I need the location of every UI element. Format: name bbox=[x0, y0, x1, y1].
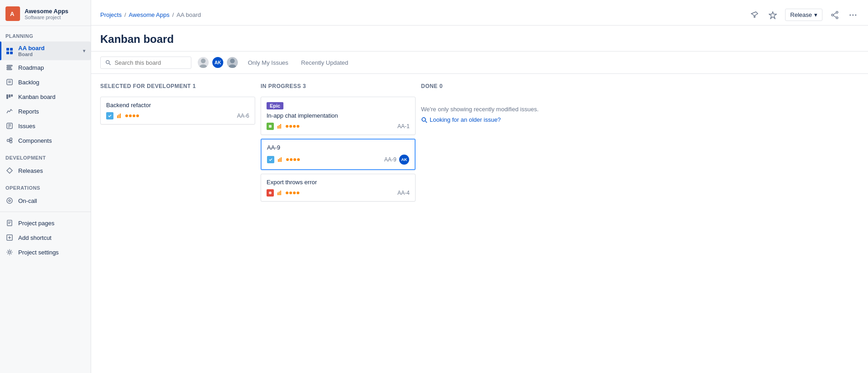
column-in-progress-title: IN PROGRESS 3 bbox=[261, 83, 306, 89]
looking-for-older-issue-link[interactable]: Looking for an older issue? bbox=[421, 116, 859, 123]
epic-badge: Epic bbox=[267, 102, 283, 109]
svg-point-32 bbox=[836, 11, 838, 13]
done-empty-message: We're only showing recently modified iss… bbox=[421, 97, 859, 132]
project-header[interactable]: A Awesome Apps Software project bbox=[0, 0, 91, 26]
card-aa4-title: Export throws error bbox=[267, 179, 410, 186]
avatar-user1[interactable] bbox=[197, 56, 210, 69]
column-done-header: DONE 0 bbox=[421, 81, 859, 93]
svg-point-39 bbox=[855, 14, 857, 16]
search-input[interactable] bbox=[114, 59, 186, 66]
svg-point-42 bbox=[201, 58, 205, 63]
pin-button[interactable] bbox=[749, 9, 760, 21]
sidebar-item-project-settings[interactable]: Project settings bbox=[0, 245, 91, 259]
project-settings-label: Project settings bbox=[18, 249, 59, 256]
only-my-issues-button[interactable]: Only My Issues bbox=[244, 57, 292, 68]
svg-rect-58 bbox=[279, 192, 280, 195]
svg-rect-59 bbox=[280, 191, 281, 195]
card-aa1-id: AA-1 bbox=[397, 123, 410, 130]
svg-rect-24 bbox=[7, 220, 12, 226]
card-aa4-meta: AA-4 bbox=[267, 189, 410, 197]
priority-icon bbox=[277, 123, 283, 130]
breadcrumb-projects[interactable]: Projects bbox=[100, 11, 122, 18]
add-shortcut-icon bbox=[5, 233, 14, 242]
card-aa6[interactable]: Backend refactor bbox=[100, 97, 255, 124]
operations-section-label: OPERATIONS bbox=[0, 178, 91, 193]
svg-rect-54 bbox=[279, 158, 280, 162]
sidebar-item-releases[interactable]: Releases bbox=[0, 163, 91, 178]
search-box[interactable] bbox=[100, 57, 191, 69]
project-logo: A bbox=[5, 6, 20, 21]
star-button[interactable] bbox=[767, 9, 779, 21]
sidebar-item-on-call[interactable]: On-call bbox=[0, 193, 91, 208]
card-aa4[interactable]: Export throws error bbox=[261, 174, 416, 202]
sidebar-item-aa-board[interactable]: AA board Board ▾ bbox=[0, 41, 91, 60]
card-aa6-id: AA-6 bbox=[237, 113, 249, 119]
sidebar-item-backlog[interactable]: Backlog bbox=[0, 75, 91, 89]
priority-icon bbox=[116, 113, 123, 119]
column-selected-header: SELECTED FOR DEVELOPMENT 1 bbox=[100, 81, 255, 93]
svg-point-38 bbox=[853, 14, 854, 16]
svg-line-35 bbox=[833, 13, 836, 15]
status-dots bbox=[286, 158, 300, 161]
avatar-user3[interactable] bbox=[226, 56, 239, 69]
components-icon bbox=[5, 136, 14, 145]
release-button[interactable]: Release ▾ bbox=[785, 9, 822, 21]
story-icon bbox=[267, 123, 274, 130]
sidebar-item-project-pages[interactable]: Project pages bbox=[0, 216, 91, 230]
sidebar-item-kanban[interactable]: Kanban board bbox=[0, 89, 91, 104]
main-content: Projects / Awesome Apps / AA board Relea… bbox=[91, 0, 868, 373]
svg-rect-5 bbox=[10, 52, 13, 54]
column-done-title: DONE 0 bbox=[421, 83, 443, 89]
priority-icon bbox=[277, 156, 283, 163]
svg-point-43 bbox=[199, 64, 207, 68]
development-section-label: DEVELOPMENT bbox=[0, 148, 91, 163]
share-button[interactable] bbox=[829, 9, 841, 21]
toolbar: AK Only My Issues Recently Updated bbox=[91, 52, 868, 74]
breadcrumb: Projects / Awesome Apps / AA board bbox=[100, 11, 201, 18]
avatar-ak[interactable]: AK bbox=[211, 56, 224, 69]
task-icon bbox=[267, 156, 274, 163]
recently-updated-button[interactable]: Recently Updated bbox=[298, 57, 352, 68]
sidebar-item-components[interactable]: Components bbox=[0, 133, 91, 148]
breadcrumb-awesome-apps[interactable]: Awesome Apps bbox=[129, 11, 169, 18]
svg-rect-47 bbox=[118, 114, 119, 118]
svg-rect-51 bbox=[279, 125, 280, 129]
svg-line-41 bbox=[109, 63, 110, 65]
svg-rect-48 bbox=[120, 114, 121, 118]
search-icon bbox=[105, 59, 111, 66]
release-label: Release bbox=[790, 11, 812, 18]
svg-point-23 bbox=[9, 200, 10, 202]
svg-rect-55 bbox=[281, 157, 282, 162]
svg-point-56 bbox=[269, 192, 272, 194]
search-icon bbox=[421, 117, 427, 123]
status-dots bbox=[286, 192, 299, 194]
svg-point-37 bbox=[850, 14, 851, 16]
svg-point-30 bbox=[9, 251, 11, 254]
project-pages-label: Project pages bbox=[18, 220, 55, 227]
kanban-label: Kanban board bbox=[18, 93, 56, 100]
sidebar-item-roadmap[interactable]: Roadmap bbox=[0, 60, 91, 75]
sidebar-item-issues[interactable]: Issues bbox=[0, 119, 91, 133]
svg-point-21 bbox=[10, 141, 12, 143]
svg-rect-8 bbox=[7, 69, 12, 70]
sidebar: A Awesome Apps Software project PLANNING… bbox=[0, 0, 91, 373]
on-call-label: On-call bbox=[18, 197, 37, 204]
card-aa1[interactable]: Epic In-app chat implementation bbox=[261, 97, 416, 135]
planning-section-label: PLANNING bbox=[0, 26, 91, 41]
add-shortcut-label: Add shortcut bbox=[18, 234, 51, 241]
svg-point-34 bbox=[832, 14, 833, 16]
priority-icon bbox=[277, 190, 283, 196]
issues-label: Issues bbox=[18, 123, 36, 130]
more-button[interactable] bbox=[847, 9, 859, 21]
sidebar-item-add-shortcut[interactable]: Add shortcut bbox=[0, 230, 91, 245]
roadmap-icon bbox=[5, 63, 14, 72]
kanban-icon bbox=[5, 93, 14, 101]
bug-icon bbox=[267, 189, 274, 197]
issues-icon bbox=[5, 122, 14, 130]
card-aa9[interactable]: AA-9 bbox=[261, 139, 416, 170]
svg-rect-9 bbox=[7, 79, 12, 85]
sidebar-item-reports[interactable]: Reports bbox=[0, 104, 91, 119]
svg-rect-52 bbox=[280, 124, 281, 129]
page-header: Kanban board bbox=[91, 26, 868, 52]
reports-icon bbox=[5, 107, 14, 115]
